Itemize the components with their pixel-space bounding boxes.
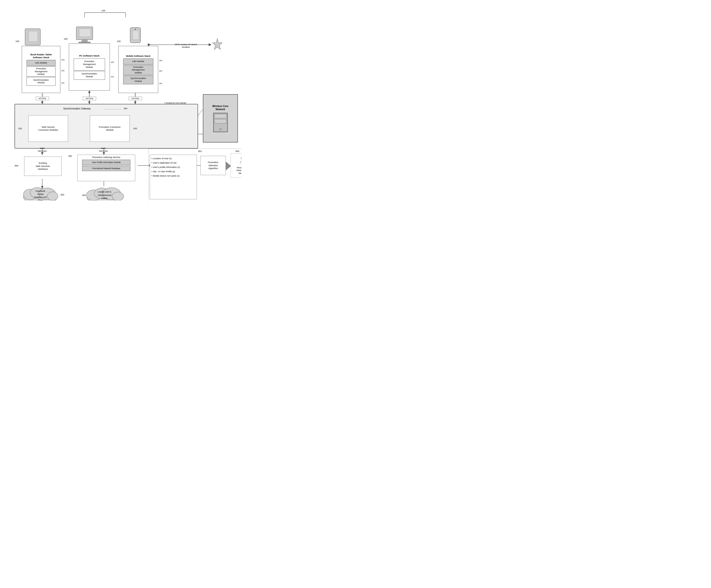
ref-100a: 100: [16, 40, 19, 43]
ref-102a: 102: [61, 69, 64, 72]
ref-200: 200: [124, 107, 127, 110]
web-service-connector-box: Web ServiceConnector Modules: [28, 115, 68, 142]
gps-label: GPS Access of User'slocation: [164, 43, 208, 48]
ref-203: 203: [133, 127, 137, 130]
loyalty-cloud-label: Loyalty card &AdvertisementFeeds: [85, 190, 124, 200]
ref-101b: 101: [111, 76, 114, 78]
satellite-icon: [210, 38, 224, 52]
ref-103a: 103: [61, 59, 64, 61]
selection-area-box: [149, 149, 241, 201]
web-services-label-a: WebServices: [33, 147, 52, 152]
gateway-title: Synchronization Gateway: [63, 107, 90, 110]
promotion-connector-box: Promotion ConnectorModule: [90, 115, 130, 142]
pc-sync: SynchronizationModule: [74, 71, 105, 80]
social-cloud: FacebookTwitterAmazon.comEbay: [22, 184, 59, 201]
web-service-connector-label: Web ServiceConnector Modules: [38, 126, 58, 132]
mobile-lbs: LBS Module: [123, 59, 153, 64]
tablet-promotion: PromotionManagementModule: [26, 66, 56, 77]
ref-101a: 101: [61, 82, 64, 84]
mobile-stack-label: Mobile Software Stack: [126, 55, 150, 58]
promotion-service-box: Promotion Indexing Service 300 User Prof…: [77, 154, 135, 181]
user-profile-module-box: User Profile Information Module: [82, 160, 130, 165]
existing-web-box: ExistingWeb ServicesInterfaces: [24, 156, 62, 176]
existing-web-label: ExistingWeb ServicesInterfaces: [36, 162, 50, 171]
web-services-label-b: WebServices: [94, 147, 113, 152]
diagram: 105 GPS Access of User'slocation: [0, 0, 241, 201]
mobile-stack-box: Mobile Software Stack LBS Module 103 Pro…: [118, 46, 158, 93]
ref-302: 302: [82, 194, 86, 196]
ref-105: 105: [102, 9, 105, 12]
tablet-lbs: LBS Module: [26, 60, 56, 66]
pc-stack-box: PC Software Stack PromotionManagementMod…: [69, 43, 110, 90]
wireless-core-box: Wireless CoreNetwork: [203, 94, 238, 143]
https-label-c: HTTPS: [129, 97, 142, 100]
loyalty-cloud: Loyalty card &AdvertisementFeeds: [85, 184, 124, 201]
promo-db-box: Promotional Material Database: [82, 166, 130, 171]
mobile-device: [123, 20, 147, 44]
svg-marker-17: [41, 152, 43, 155]
ref-300: 300: [68, 155, 72, 158]
ref-202: 202: [18, 127, 22, 130]
pc-device: [71, 15, 98, 44]
ref-102b: 102: [111, 61, 114, 64]
https-label-a: HTTPS: [36, 97, 49, 100]
ref-400: 400: [15, 164, 18, 167]
mobile-promotion: PromotionManagementModule: [123, 65, 153, 75]
tablet-sync: SynchronizationModule: [26, 77, 56, 86]
ref-102c: 102: [159, 70, 162, 72]
pc-promotion: PromotionManagementModule: [74, 59, 105, 70]
tablet-stack-box: Book Reader TabletSoftware Stack LBS Mod…: [22, 46, 60, 93]
social-cloud-label: FacebookTwitterAmazon.comEbay: [22, 190, 59, 201]
svg-marker-34: [213, 39, 222, 49]
wireless-core-title: Wireless CoreNetwork: [212, 105, 229, 111]
tablet-stack-label: Book Reader TabletSoftware Stack: [30, 53, 52, 59]
promotion-service-title: Promotion Indexing Service: [92, 156, 120, 159]
ref-100c: 100: [117, 40, 121, 43]
mobile-sync: SynchronizationModule: [123, 76, 153, 84]
ref-103b: 103: [159, 59, 162, 62]
ref-100b: 100: [64, 38, 68, 40]
gateway-box: Synchronization Gateway 200 Web ServiceC…: [15, 104, 198, 149]
tablet-device: [19, 17, 46, 46]
ref-303: 303: [60, 193, 64, 196]
pc-stack-label: PC Software Stack: [79, 54, 100, 57]
promotion-connector-label: Promotion ConnectorModule: [99, 126, 121, 132]
ref-101c: 101: [159, 82, 162, 85]
https-label-b: HTTPS: [83, 97, 96, 100]
